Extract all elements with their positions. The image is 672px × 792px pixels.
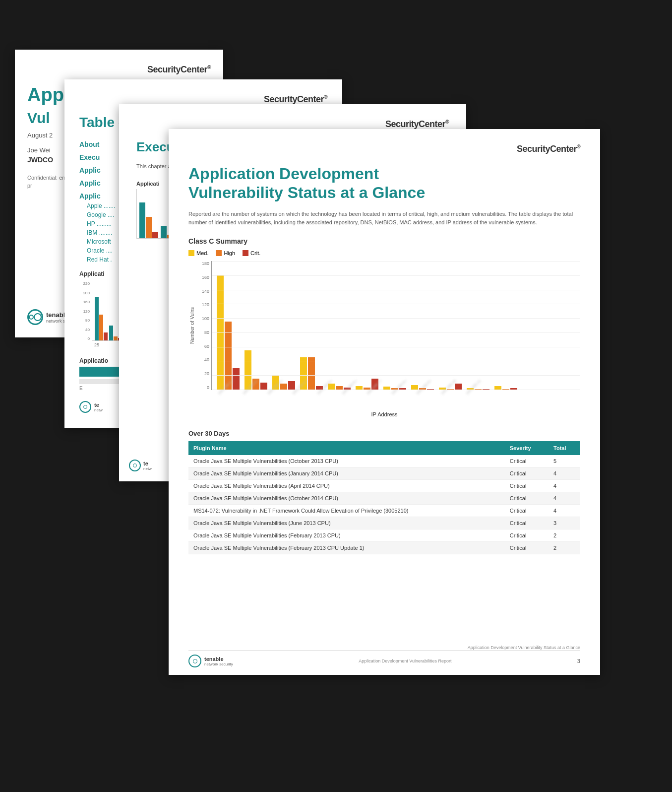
cell-total-7: 2	[549, 541, 580, 554]
tenable-logo-icon-toc	[79, 401, 91, 413]
brand-name-main: SecurityCenter	[517, 144, 577, 154]
tenable-sub-toc: netw	[94, 408, 103, 412]
footer-logo-inner	[193, 659, 197, 663]
x-axis-label: IP Address	[188, 411, 580, 417]
main-heading-line2: Vulnerability Status at a Glance	[188, 184, 425, 201]
cell-severity-6: Critical	[505, 529, 549, 541]
cell-plugin-1: Oracle Java SE Multiple Vulnerabilities …	[188, 467, 505, 479]
cell-total-6: 2	[549, 529, 580, 541]
security-center-logo-toc: SecurityCenter®	[79, 94, 327, 105]
legend-med-box	[188, 250, 194, 256]
cell-severity-1: Critical	[505, 467, 549, 479]
cell-severity-2: Critical	[505, 479, 549, 492]
footer-logo-circle	[188, 655, 201, 667]
tenable-text-exec: te netw	[143, 461, 152, 471]
cell-total-5: 3	[549, 517, 580, 529]
table-row-2: Oracle Java SE Multiple Vulnerabilities …	[188, 479, 580, 492]
tenable-inner-circle	[83, 405, 87, 409]
footer-right-label: Application Development Vulnerability St…	[468, 645, 580, 650]
col-severity: Severity	[505, 441, 549, 455]
col-total: Total	[549, 441, 580, 455]
bar-0-med	[217, 275, 224, 390]
legend-med: Med.	[188, 250, 208, 256]
cell-severity-3: Critical	[505, 492, 549, 504]
tenable-logo-icon	[27, 309, 43, 325]
cell-total-1: 4	[549, 467, 580, 479]
footer-logo-text: tenable network security	[204, 656, 233, 666]
legend-med-label: Med.	[196, 250, 208, 256]
cell-total-2: 4	[549, 479, 580, 492]
table-row-0: Oracle Java SE Multiple Vulnerabilities …	[188, 455, 580, 467]
footer-center-text: Application Development Vulnerabilities …	[359, 659, 451, 663]
vulnerabilities-table: Plugin Name Severity Total Oracle Java S…	[188, 441, 580, 554]
footer-tenable: tenable	[204, 656, 233, 662]
y-axis-numbers: 180 160 140 120 100 80 60 40 20 0	[197, 261, 211, 390]
chart-area	[211, 261, 580, 390]
brand-name-exec: SecurityCenter	[385, 119, 445, 129]
legend-crit-label: Crit.	[250, 250, 260, 256]
cell-total-0: 5	[549, 455, 580, 467]
page-footer: tenable network security Application Dev…	[188, 650, 580, 667]
footer-page-number: 3	[577, 658, 580, 664]
bar-group-0	[217, 275, 240, 390]
footer-tenable-sub: network security	[204, 662, 233, 666]
cell-severity-7: Critical	[505, 541, 549, 554]
table-row-7: Oracle Java SE Multiple Vulnerabilities …	[188, 541, 580, 554]
cell-severity-4: Critical	[505, 504, 549, 517]
chart-title: Class C Summary	[188, 237, 580, 245]
cell-plugin-4: MS14-072: Vulnerability in .NET Framewor…	[188, 504, 505, 517]
x-axis-labels: 192.168.1.x192.168.2.x192.168.3.x192.168…	[188, 393, 580, 407]
main-heading-line1: Application Development	[188, 165, 379, 183]
cell-severity-0: Critical	[505, 455, 549, 467]
table-row-4: MS14-072: Vulnerability in .NET Framewor…	[188, 504, 580, 517]
chart-legend: Med. High Crit.	[188, 250, 580, 256]
brand-name-toc: SecurityCenter	[264, 94, 324, 104]
tenable-text-toc: te netw	[94, 402, 103, 412]
bar-group-10	[494, 386, 517, 390]
chart-wrapper: Number of Vulns 180 160 140 120 100 80 6…	[188, 261, 580, 407]
cell-plugin-5: Oracle Java SE Multiple Vulnerabilities …	[188, 517, 505, 529]
legend-high-box	[216, 250, 222, 256]
cell-plugin-7: Oracle Java SE Multiple Vulnerabilities …	[188, 541, 505, 554]
tenable-inner-exec	[133, 463, 137, 467]
tenable-logo-icon-exec	[129, 460, 141, 471]
legend-crit-box	[243, 250, 248, 256]
table-row-1: Oracle Java SE Multiple Vulnerabilities …	[188, 467, 580, 479]
security-center-logo-exec: SecurityCenter®	[136, 119, 449, 130]
table-row-5: Oracle Java SE Multiple Vulnerabilities …	[188, 517, 580, 529]
cell-plugin-2: Oracle Java SE Multiple Vulnerabilities …	[188, 479, 505, 492]
security-center-logo-main: SecurityCenter®	[188, 144, 580, 154]
main-page: SecurityCenter® Application Development …	[169, 129, 600, 675]
x-ticks: 192.168.1.x192.168.2.x192.168.3.x192.168…	[212, 393, 580, 407]
bar-10-med	[494, 386, 501, 390]
table-header-row: Plugin Name Severity Total	[188, 441, 580, 455]
table-body: Oracle Java SE Multiple Vulnerabilities …	[188, 455, 580, 554]
table-row-3: Oracle Java SE Multiple Vulnerabilities …	[188, 492, 580, 504]
cell-plugin-0: Oracle Java SE Multiple Vulnerabilities …	[188, 455, 505, 467]
main-description: Reported are the number of systems on wh…	[188, 210, 580, 227]
legend-high: High	[216, 250, 235, 256]
table-label: Over 30 Days	[188, 430, 580, 437]
brand-name: SecurityCenter	[147, 65, 207, 74]
col-plugin-name: Plugin Name	[188, 441, 505, 455]
security-center-logo: SecurityCenter®	[27, 65, 211, 75]
legend-crit: Crit.	[243, 250, 260, 256]
cell-total-4: 4	[549, 504, 580, 517]
footer-logo-container: tenable network security	[188, 655, 233, 667]
table-row-6: Oracle Java SE Multiple Vulnerabilities …	[188, 529, 580, 541]
cell-severity-5: Critical	[505, 517, 549, 529]
bar-10-crit	[510, 388, 517, 390]
cell-total-3: 4	[549, 492, 580, 504]
tenable-name-toc: te	[94, 402, 103, 408]
bar-groups-container	[212, 261, 580, 390]
bar-10-high	[502, 389, 509, 390]
y-axis-label: Number of Vulns	[188, 261, 197, 390]
legend-high-label: High	[224, 250, 235, 256]
tenable-logo-exec: te netw	[129, 460, 152, 471]
table-section: Over 30 Days Plugin Name Severity Total …	[188, 430, 580, 554]
cell-plugin-3: Oracle Java SE Multiple Vulnerabilities …	[188, 492, 505, 504]
table-header: Plugin Name Severity Total	[188, 441, 580, 455]
cell-plugin-6: Oracle Java SE Multiple Vulnerabilities …	[188, 529, 505, 541]
main-heading: Application Development Vulnerability St…	[188, 164, 580, 202]
